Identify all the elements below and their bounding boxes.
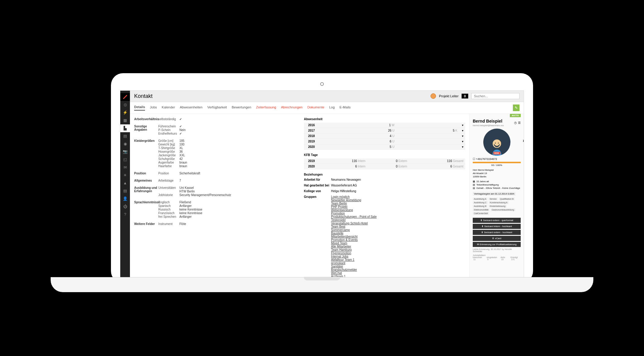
- nav-dashboard-icon[interactable]: ◎: [120, 101, 130, 109]
- chevron-down-icon[interactable]: ▾: [459, 144, 465, 149]
- group-link[interactable]: Testprojekt: [331, 218, 465, 222]
- nav-flash-icon[interactable]: ⚡: [120, 109, 130, 117]
- group-link[interactable]: promokant: [331, 261, 465, 265]
- tab-jobs[interactable]: Jobs: [150, 105, 157, 110]
- tab-verfuegbarkeit[interactable]: Verfügbarkeit: [207, 105, 227, 110]
- skill-tag[interactable]: Ausbildung B: [473, 205, 488, 208]
- table-row: 2019116 Intern0 Extern116 Gesamt: [304, 158, 465, 164]
- group-link[interactable]: Promotion & Events: [331, 238, 465, 242]
- nav-sun-icon[interactable]: ☀: [120, 171, 130, 179]
- group-link[interactable]: WeChat: [331, 271, 465, 275]
- skill-tag[interactable]: Elektromobilität: [473, 208, 490, 211]
- tab-abwesenheiten[interactable]: Abwesenheiten: [180, 105, 202, 110]
- person-phone[interactable]: ☐ +4917672154672: [473, 158, 521, 161]
- group-link[interactable]: Baustelle: [331, 232, 465, 235]
- kfb-title: KFB Tage: [304, 153, 465, 157]
- group-link[interactable]: Brandschutzmelder: [331, 268, 465, 271]
- nav-contacts-icon[interactable]: ▙: [120, 124, 130, 132]
- user-name[interactable]: Projekt Leiter: [439, 94, 459, 98]
- table-row[interactable]: 201726 U5 K▾: [304, 128, 465, 133]
- chevron-down-icon[interactable]: ▾: [459, 123, 465, 128]
- group-link[interactable]: PHP Projekt: [331, 205, 465, 208]
- table-row[interactable]: 20205 U▾: [304, 144, 465, 149]
- nav-sidebar: ◎ ⚡ ▦ ▙ ▤ ◉ 📷 ◱ ✉ ☀ ▲ ▤ 👤 ⏻ ?: [120, 91, 130, 283]
- nav-rocket-icon[interactable]: ▲: [120, 179, 130, 187]
- detail-key: Führerschein: [158, 125, 179, 128]
- nav-table-icon[interactable]: ▤: [120, 132, 130, 140]
- clock-icon[interactable]: ◷: [514, 121, 517, 124]
- group-link[interactable]: Veranstaltung Schloß-Hotel: [331, 222, 465, 225]
- group-link[interactable]: Internal Jobs: [331, 255, 465, 258]
- table-row[interactable]: 20161 W▾: [304, 123, 465, 128]
- skill-tag[interactable]: CallCenterSkill: [473, 212, 489, 215]
- skill-tag[interactable]: Service: [488, 198, 498, 200]
- table-row[interactable]: 20196 U▾: [304, 139, 465, 144]
- tab-kalender[interactable]: Kalender: [162, 105, 175, 110]
- nav-target-icon[interactable]: ◉: [120, 140, 130, 148]
- group-link[interactable]: Team Hamburg: [331, 248, 465, 251]
- nav-disk-icon[interactable]: ◱: [120, 156, 130, 164]
- list-icon[interactable]: ☰: [518, 121, 521, 124]
- nav-power-icon[interactable]: ⏻: [120, 203, 130, 211]
- tab-zeiterfassung[interactable]: Zeiterfassung: [256, 105, 276, 110]
- group-link[interactable]: Promotion: [331, 212, 465, 215]
- group-link[interactable]: Abfalltour Team 1: [331, 258, 465, 261]
- skill-tag[interactable]: Gastronomieausbildung: [491, 208, 515, 211]
- page-title: Kontakt: [134, 93, 428, 99]
- skill-tag[interactable]: Kundenschulung A: [489, 201, 509, 204]
- nav-camera-icon[interactable]: 📷: [120, 148, 130, 156]
- skill-tag[interactable]: Kinderbetreuung: [488, 205, 507, 208]
- detail-value: 7: [179, 179, 181, 182]
- detail-value: keine Kenntnisse: [179, 208, 202, 211]
- search-input[interactable]: [471, 93, 519, 99]
- group-link[interactable]: Login möglich: [331, 195, 465, 198]
- group-link[interactable]: Newsletter Anmeldung: [331, 198, 465, 202]
- edit-button[interactable]: ✎: [513, 105, 519, 111]
- chevron-down-icon[interactable]: ▾: [459, 133, 465, 139]
- nav-doc-icon[interactable]: ▤: [120, 187, 130, 195]
- tab-dokumente[interactable]: Dokumente: [307, 105, 324, 110]
- group-link[interactable]: Webentwicklung: [331, 208, 465, 212]
- action-button[interactable]: ⬇ Sedcard intern - hochkant: [473, 224, 521, 229]
- group-link[interactable]: Mixed Team: [331, 242, 465, 245]
- nav-user-icon[interactable]: 👤: [120, 195, 130, 203]
- relation-label: Kollege von: [304, 189, 331, 193]
- action-button[interactable]: ⬇ vCard: [473, 236, 521, 241]
- skill-tag[interactable]: Ausbildung A: [473, 198, 488, 200]
- action-button[interactable]: ⬇ Sedcard extern - hochkant: [473, 230, 521, 235]
- group-link[interactable]: Sanitäter: [331, 265, 465, 268]
- next-arrow-icon[interactable]: ›: [523, 138, 524, 143]
- table-row[interactable]: 20184 U▾: [304, 133, 465, 139]
- chevron-down-icon[interactable]: ▾: [459, 128, 465, 133]
- logo-icon[interactable]: [120, 93, 130, 101]
- group-link[interactable]: Alle Mitarbeiter: [331, 245, 465, 248]
- tab-details[interactable]: Details: [134, 105, 145, 111]
- nav-calendar-icon[interactable]: ▦: [120, 117, 130, 124]
- nav-help-icon[interactable]: ?: [120, 211, 130, 218]
- chevron-down-icon[interactable]: ▾: [459, 139, 465, 144]
- action-button[interactable]: ⬇ Sedcard extern - querformat: [473, 218, 521, 223]
- skill-tag[interactable]: Qualifikation B: [499, 198, 515, 200]
- tab-emails[interactable]: E-Mails: [339, 105, 351, 110]
- detail-section-label: Sonstige Angaben: [134, 125, 158, 136]
- detail-value: 185: [179, 139, 185, 142]
- group-link[interactable]: Mitarbeiterübersicht: [331, 235, 465, 238]
- skill-tag[interactable]: Ausbildung C: [473, 201, 488, 204]
- group-link[interactable]: Sommercamp: [331, 228, 465, 232]
- user-avatar-icon[interactable]: [431, 93, 436, 99]
- nav-mail-icon[interactable]: ✉: [120, 164, 130, 171]
- group-link[interactable]: Team Best: [331, 225, 465, 228]
- person-email[interactable]: bernd.beispiel@teamhero.eu: [473, 124, 521, 127]
- tab-log[interactable]: Log: [329, 105, 335, 110]
- detail-section-label: Arbeitsverhältnis: [134, 117, 158, 121]
- svg-point-1: [495, 142, 496, 143]
- notification-count[interactable]: 0: [462, 94, 468, 98]
- group-link[interactable]: Produktschulungen - Point of Sale: [331, 215, 465, 218]
- person-salary: ▤ Gehalt - 20h/w Teilzeit - Keine Zuschl…: [473, 187, 521, 189]
- tab-bewertungen[interactable]: Bewertungen: [232, 105, 251, 110]
- group-link[interactable]: Flyerpromotion: [331, 251, 465, 255]
- tab-abrechnungen[interactable]: Abrechnungen: [281, 105, 303, 110]
- detail-value: Fließend: [179, 201, 191, 204]
- group-link[interactable]: Team Berlin: [331, 202, 465, 205]
- action-button[interactable]: ✉ Erinnerung zur Profilaktualisierung: [473, 242, 521, 247]
